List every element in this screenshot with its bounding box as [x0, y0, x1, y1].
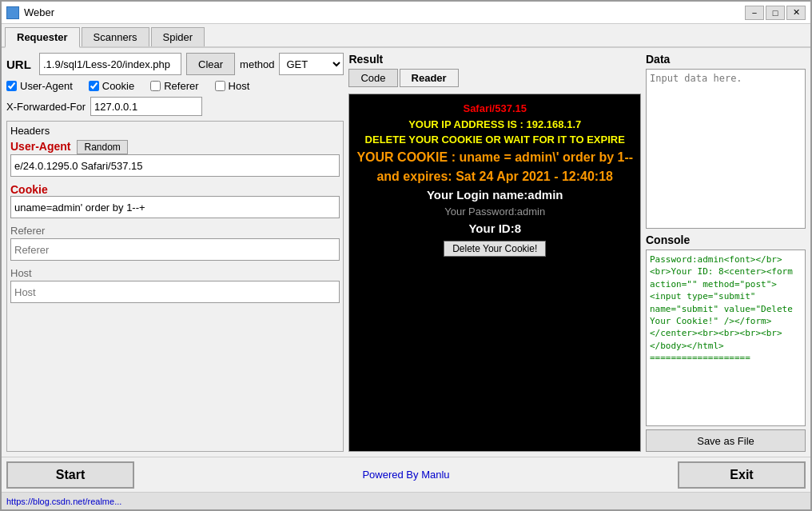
- reader-tab[interactable]: Reader: [400, 69, 459, 87]
- cookie-checkbox[interactable]: Cookie: [89, 80, 134, 92]
- host-checkbox[interactable]: Host: [215, 80, 250, 92]
- main-window: Weber − □ ✕ Requester Scanners Spider UR…: [0, 0, 812, 511]
- tab-spider[interactable]: Spider: [151, 27, 205, 46]
- url-label: URL: [6, 58, 34, 71]
- headers-title: Headers: [10, 125, 340, 137]
- xforward-label: X-Forwarded-For: [6, 101, 86, 113]
- xforward-input[interactable]: [90, 97, 202, 116]
- result-display: Safari/537.15 YOUR IP ADDRESS IS : 192.1…: [348, 94, 641, 452]
- tab-requester[interactable]: Requester: [5, 27, 80, 48]
- cookie-header-block: Cookie: [10, 183, 340, 218]
- result-line-1: Safari/537.15: [356, 101, 634, 117]
- url-input[interactable]: [39, 53, 181, 75]
- result-line-6: Your Password:admin: [356, 204, 634, 220]
- method-select[interactable]: GET POST PUT DELETE: [279, 53, 344, 75]
- user-agent-header-block: User-Agent Random: [10, 140, 340, 177]
- result-line-2: YOUR IP ADDRESS IS : 192.168.1.7: [356, 117, 634, 133]
- result-line-4: YOUR COOKIE : uname = admin\' order by 1…: [356, 148, 634, 186]
- tabs-bar: Requester Scanners Spider: [2, 24, 810, 48]
- bottom-bar: Start Powered By Manlu Exit: [2, 457, 810, 492]
- data-section: Data: [646, 53, 806, 229]
- result-line-7: Your ID:8: [356, 220, 634, 238]
- host-header-block: Host: [10, 267, 340, 303]
- console-title: Console: [646, 234, 806, 246]
- referer-checkbox[interactable]: Referer: [150, 80, 198, 92]
- cookie-input[interactable]: [10, 196, 340, 218]
- result-line-3: DELETE YOUR COOKIE OR WAIT FOR IT TO EXP…: [356, 132, 634, 148]
- referer-header-label: Referer: [10, 225, 340, 237]
- host-input[interactable]: [10, 281, 340, 303]
- result-line-5: Your Login name:admin: [356, 186, 634, 205]
- user-agent-header-label: User-Agent: [10, 140, 70, 153]
- user-agent-input[interactable]: [10, 154, 340, 177]
- xforward-row: X-Forwarded-For: [6, 97, 344, 116]
- host-header-label: Host: [10, 267, 340, 279]
- user-agent-checkbox[interactable]: User-Agent: [6, 80, 73, 92]
- save-file-button[interactable]: Save as File: [646, 429, 806, 452]
- checkboxes-row: User-Agent Cookie Referer Host: [6, 80, 344, 92]
- app-icon: [6, 6, 19, 19]
- clear-button[interactable]: Clear: [186, 53, 235, 75]
- start-button[interactable]: Start: [6, 461, 134, 489]
- cookie-header-label: Cookie: [10, 183, 48, 196]
- maximize-button[interactable]: □: [766, 6, 785, 20]
- data-textarea[interactable]: [646, 69, 806, 229]
- left-panel: URL Clear method GET POST PUT DELETE Use…: [6, 53, 344, 452]
- url-row: URL Clear method GET POST PUT DELETE: [6, 53, 344, 75]
- result-tabs: Code Reader: [348, 69, 641, 87]
- middle-panel: Result Code Reader Safari/537.15 YOUR IP…: [348, 53, 641, 452]
- console-text: Password:admin<font></br><br>Your ID: 8<…: [646, 250, 806, 426]
- console-section: Console Password:admin<font></br><br>You…: [646, 234, 806, 452]
- referer-header-block: Referer: [10, 225, 340, 261]
- status-url: https://blog.csdn.net/realme...: [6, 497, 121, 506]
- code-tab[interactable]: Code: [348, 69, 397, 87]
- random-button[interactable]: Random: [77, 140, 127, 154]
- powered-by: Powered By Manlu: [362, 469, 449, 481]
- title-bar: Weber − □ ✕: [2, 2, 810, 24]
- result-label: Result: [348, 53, 641, 66]
- minimize-button[interactable]: −: [745, 6, 764, 20]
- exit-button[interactable]: Exit: [678, 461, 806, 489]
- referer-input[interactable]: [10, 238, 340, 261]
- right-panel: Data Console Password:admin<font></br><b…: [646, 53, 806, 452]
- title-buttons: − □ ✕: [745, 6, 806, 20]
- window-title: Weber: [24, 6, 54, 18]
- close-button[interactable]: ✕: [786, 6, 806, 20]
- headers-section: Headers User-Agent Random Cookie: [6, 121, 344, 452]
- title-bar-left: Weber: [6, 6, 54, 19]
- main-content: URL Clear method GET POST PUT DELETE Use…: [2, 48, 810, 457]
- data-title: Data: [646, 53, 806, 66]
- delete-cookie-button[interactable]: Delete Your Cookie!: [444, 241, 546, 257]
- status-bar: https://blog.csdn.net/realme...: [2, 492, 810, 509]
- tab-scanners[interactable]: Scanners: [82, 27, 149, 46]
- method-label: method: [240, 58, 274, 70]
